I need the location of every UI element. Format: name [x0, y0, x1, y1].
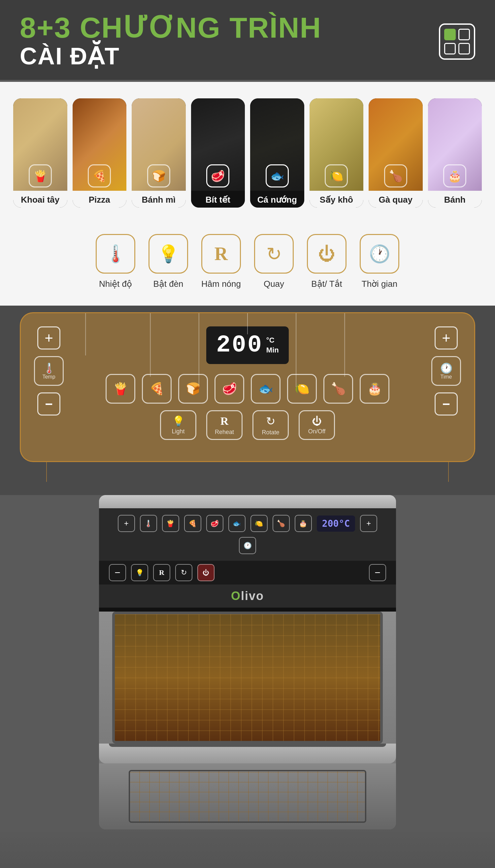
control-nhietdo[interactable]: 🌡️ Nhiệt độ: [96, 234, 135, 289]
oven-btn-fries2[interactable]: 🍕: [184, 515, 201, 532]
panel-top-row: + 🌡️ Temp − 200 °C Min: [34, 326, 461, 440]
oven-btn-time[interactable]: 🕐: [239, 537, 256, 554]
panel-center: 200 °C Min 🍟 🍕 🍞 🥩 🐟 🍋 🍗: [73, 326, 422, 440]
food-card-img-pizza: 🍕: [73, 98, 127, 191]
panel-food-btn-fries[interactable]: 🍟: [106, 374, 135, 404]
control-batden[interactable]: 💡 Bật đèn: [149, 234, 188, 289]
panel-rotate-button[interactable]: ↻ Rotate: [253, 410, 289, 440]
oven-btn-rotate[interactable]: ↻: [175, 564, 192, 581]
oven-btn-reheat[interactable]: R: [153, 564, 170, 581]
food-card-saykho[interactable]: 🍋 Sấy khô: [309, 98, 364, 208]
food-card-gaquay[interactable]: 🍗 Gà quay: [369, 98, 423, 208]
panel-food-btn-lemon[interactable]: 🍋: [287, 374, 317, 404]
oven-btn-cake[interactable]: 🎂: [295, 515, 312, 532]
quay-icon[interactable]: ↻: [254, 234, 294, 274]
battatt-label: Bật/ Tắt: [311, 279, 342, 289]
oven-base: [99, 744, 396, 763]
food-icon-overlay-pizza: 🍕: [73, 164, 127, 187]
temp-button[interactable]: 🌡️ Temp: [34, 356, 64, 386]
food-card-banh[interactable]: 🎂 Bánh: [428, 98, 482, 208]
oven-btn-lemon[interactable]: 🍋: [251, 515, 268, 532]
diagram-panel: + 🌡️ Temp − 200 °C Min: [20, 312, 475, 462]
header-title-main: 8+3 CHƯƠNG TRÌNH: [20, 13, 321, 42]
oven-lower-window: [129, 770, 366, 823]
oven-btn-fish[interactable]: 🐟: [228, 515, 245, 532]
batden-icon[interactable]: 💡: [149, 234, 188, 274]
oven-interior: [115, 614, 380, 741]
food-card-img-khoaitay: 🍟: [13, 98, 67, 191]
oven-btn-chicken[interactable]: 🍗: [273, 515, 290, 532]
food-label-bittet: Bít tết: [191, 191, 245, 208]
food-card-img-bittet: 🥩: [191, 98, 245, 191]
header-title-block: 8+3 CHƯƠNG TRÌNH CÀI ĐẶT: [20, 13, 321, 70]
oven-lower-body: [99, 763, 396, 829]
oven-btn-temp[interactable]: 🌡️: [140, 515, 157, 532]
food-card-bittet[interactable]: 🥩 Bít tết: [191, 98, 245, 208]
panel-food-btn-pizza[interactable]: 🍕: [142, 374, 172, 404]
grid-cell-1: [444, 29, 456, 40]
food-card-canuong[interactable]: 🐟 Cá nướng: [250, 98, 304, 208]
oven-btn-plus-left[interactable]: +: [118, 515, 135, 532]
control-hamnong[interactable]: R Hâm nóng: [201, 234, 241, 289]
nhietdo-icon[interactable]: 🌡️: [96, 234, 135, 274]
food-label-pizza: Pizza: [73, 191, 127, 208]
panel-reheat-button[interactable]: R Reheat: [206, 410, 242, 440]
temp-minus-button[interactable]: −: [37, 392, 61, 415]
oven-brand-name: Olivo: [231, 589, 264, 603]
panel-light-button[interactable]: 💡 Light: [160, 410, 197, 440]
food-card-banhmi[interactable]: 🍞 Bánh mì: [132, 98, 186, 208]
quay-label: Quay: [264, 279, 284, 289]
control-battatt[interactable]: ⏻ Bật/ Tắt: [307, 234, 346, 289]
time-label: Time: [441, 374, 452, 380]
panel-food-btn-chicken[interactable]: 🍗: [323, 374, 353, 404]
control-thoigian[interactable]: 🕐 Thời gian: [360, 234, 399, 289]
oven-btn-steak[interactable]: 🥩: [206, 515, 223, 532]
food-icon-pizza: 🍕: [88, 164, 111, 187]
grid-cell-4: [458, 43, 470, 54]
panel-function-row: 💡 Light R Reheat ↻ Rotate ⏻ On/Off: [73, 410, 422, 440]
display-units: °C Min: [266, 336, 279, 355]
thoigian-label: Thời gian: [362, 279, 398, 289]
food-icon-overlay-canuong: 🐟: [250, 164, 304, 187]
food-card-img-banh: 🎂: [428, 98, 482, 191]
time-minus-button[interactable]: −: [434, 392, 458, 415]
programs-section: 🍟 Khoai tây 🍕 Pizza 🍞 Bánh mì: [0, 82, 495, 221]
panel-food-btn-cake[interactable]: 🎂: [360, 374, 389, 404]
grid-cell-3: [444, 43, 456, 54]
header-title-sub: CÀI ĐẶT: [20, 42, 321, 70]
oven-display: 200°C: [317, 515, 355, 532]
oven-btn-fries[interactable]: 🍟: [162, 515, 179, 532]
thoigian-icon[interactable]: 🕐: [360, 234, 399, 274]
food-card-khoaitay[interactable]: 🍟 Khoai tây: [13, 98, 67, 208]
food-icon-bittet: 🥩: [206, 164, 229, 187]
food-cards-row: 🍟 Khoai tây 🍕 Pizza 🍞 Bánh mì: [13, 98, 482, 208]
oven-btn-plus-right[interactable]: +: [360, 515, 377, 532]
oven-btn-minus-left[interactable]: −: [109, 564, 126, 581]
time-button[interactable]: 🕐 Time: [431, 356, 461, 386]
temp-plus-button[interactable]: +: [37, 326, 61, 350]
hamnong-label: Hâm nóng: [201, 279, 241, 289]
panel-onoff-button[interactable]: ⏻ On/Off: [298, 410, 335, 440]
battatt-icon[interactable]: ⏻: [307, 234, 346, 274]
hamnong-icon[interactable]: R: [201, 234, 241, 274]
food-card-pizza[interactable]: 🍕 Pizza: [73, 98, 127, 208]
oven-btn-light[interactable]: 💡: [131, 564, 148, 581]
food-icon-overlay-banh: 🎂: [428, 164, 482, 187]
panel-food-btn-fish[interactable]: 🐟: [251, 374, 280, 404]
display-unit-celsius: °C: [266, 336, 279, 344]
time-plus-button[interactable]: +: [434, 326, 458, 350]
panel-food-btn-bread[interactable]: 🍞: [178, 374, 208, 404]
rotate-label: Rotate: [262, 429, 279, 436]
control-quay[interactable]: ↻ Quay: [254, 234, 294, 289]
oven-control-strip-2: − 💡 R ↻ ⏻ −: [99, 561, 396, 584]
panel-food-btn-steak[interactable]: 🥩: [215, 374, 244, 404]
header-section: 8+3 CHƯƠNG TRÌNH CÀI ĐẶT: [0, 0, 495, 80]
display-number: 200: [216, 332, 263, 359]
panel-food-row: 🍟 🍕 🍞 🥩 🐟 🍋 🍗 🎂: [73, 374, 422, 404]
food-label-saykho: Sấy khô: [309, 191, 364, 208]
oven-btn-minus-right[interactable]: −: [369, 564, 386, 581]
batden-label: Bật đèn: [153, 279, 183, 289]
nhietdo-label: Nhiệt độ: [99, 279, 132, 289]
food-icon-overlay-bittet: 🥩: [191, 164, 245, 187]
oven-btn-onoff[interactable]: ⏻: [197, 564, 215, 581]
